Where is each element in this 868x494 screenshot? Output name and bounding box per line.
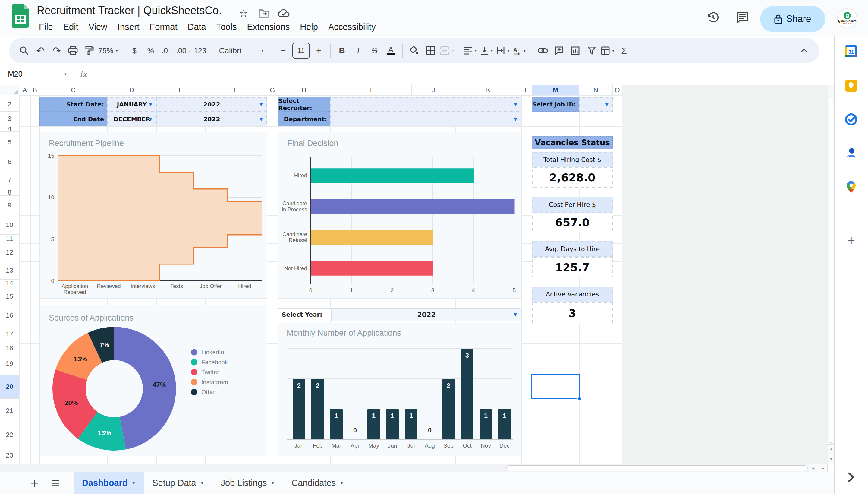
- column-header-A[interactable]: A: [19, 85, 31, 95]
- google-tasks-icon[interactable]: [843, 111, 860, 128]
- column-header-M[interactable]: M: [532, 85, 579, 95]
- bold-button[interactable]: B: [335, 43, 349, 58]
- add-sheet-button[interactable]: [24, 472, 45, 494]
- menu-view[interactable]: View: [83, 21, 113, 33]
- expand-side-panel-icon[interactable]: [845, 471, 858, 484]
- insert-comment-icon[interactable]: [552, 43, 566, 58]
- paint-format-icon[interactable]: [82, 43, 96, 58]
- department-dropdown[interactable]: ▼: [330, 112, 521, 126]
- increase-decimals-button[interactable]: .00→: [176, 43, 191, 58]
- dropdown-caret-icon[interactable]: ▼: [149, 117, 152, 121]
- tab-menu-caret-icon[interactable]: ▼: [200, 481, 204, 485]
- dropdown-caret-icon[interactable]: ▼: [605, 102, 609, 107]
- row-header-15[interactable]: 15: [0, 287, 19, 306]
- redo-icon[interactable]: ↷: [50, 43, 64, 58]
- column-header-B[interactable]: B: [31, 85, 39, 95]
- sources-of-applications-chart[interactable]: Sources of Applications 47%13%20%13%7%Li…: [39, 305, 267, 456]
- cell-start-date-label[interactable]: Start Date:: [39, 97, 107, 112]
- move-folder-icon[interactable]: [258, 7, 270, 19]
- scroll-down-button[interactable]: ▼: [828, 454, 834, 464]
- fill-color-button[interactable]: [407, 43, 421, 58]
- font-size-input[interactable]: 11: [292, 43, 310, 58]
- table-views-icon[interactable]: ▼: [601, 43, 615, 58]
- dropdown-caret-icon[interactable]: ▼: [514, 312, 517, 317]
- vertical-scrollbar-thumb[interactable]: [829, 97, 833, 443]
- sheets-logo-icon[interactable]: [12, 4, 29, 28]
- row-header-3[interactable]: 3: [0, 112, 19, 126]
- dropdown-caret-icon[interactable]: ▼: [259, 117, 263, 121]
- dropdown-caret-icon[interactable]: ▼: [514, 117, 517, 121]
- name-box-caret-icon[interactable]: ▼: [64, 72, 67, 76]
- kpi-label[interactable]: Total Hiring Cost $: [532, 152, 613, 167]
- row-header-8[interactable]: 8: [0, 189, 19, 196]
- format-percent-button[interactable]: %: [143, 43, 158, 58]
- column-header-N[interactable]: N: [579, 85, 613, 95]
- job-id-dropdown[interactable]: ▼: [579, 97, 613, 112]
- scroll-right-button[interactable]: ►: [818, 464, 828, 472]
- cell-select-recruiter-label[interactable]: Select Recruiter:: [278, 97, 330, 112]
- menu-file[interactable]: File: [34, 21, 58, 33]
- column-header-I[interactable]: I: [330, 85, 412, 95]
- column-header-G[interactable]: G: [267, 85, 278, 95]
- row-header-12[interactable]: 12: [0, 243, 19, 262]
- get-add-ons-icon[interactable]: +: [843, 232, 860, 248]
- strikethrough-button[interactable]: S: [368, 43, 382, 58]
- kpi-label[interactable]: Active Vacancies: [532, 286, 613, 302]
- dropdown-caret-icon[interactable]: ▼: [259, 102, 263, 107]
- row-header-19[interactable]: 19: [0, 353, 19, 375]
- font-select[interactable]: Calibri▼: [216, 43, 267, 58]
- monthly-applications-chart[interactable]: Monthly Number of Applications 2Jan2Feb1…: [278, 323, 521, 456]
- row-header-18[interactable]: 18: [0, 343, 19, 353]
- version-history-icon[interactable]: [705, 10, 721, 25]
- start-month-dropdown[interactable]: JANUARY▼: [107, 97, 156, 112]
- create-filter-icon[interactable]: [585, 43, 599, 58]
- row-header-14[interactable]: 14: [0, 280, 19, 287]
- decrease-decimals-button[interactable]: .0←: [160, 43, 174, 58]
- name-box[interactable]: M20: [0, 70, 56, 78]
- account-avatar[interactable]: QuickSheets TEMPLATES: [837, 8, 857, 28]
- tab-job-listings[interactable]: Job Listings▼: [212, 472, 283, 494]
- text-rotation-button[interactable]: A▼: [512, 43, 527, 58]
- vertical-scrollbar[interactable]: ▲ ▼: [828, 85, 834, 464]
- horizontal-scrollbar-thumb[interactable]: [506, 466, 808, 471]
- decrease-font-size-button[interactable]: −: [276, 43, 291, 58]
- row-header-10[interactable]: 10: [0, 215, 19, 235]
- google-contacts-icon[interactable]: [843, 145, 860, 162]
- google-maps-icon[interactable]: [843, 178, 860, 195]
- column-header-H[interactable]: H: [278, 85, 330, 95]
- kpi-value[interactable]: 125.7: [532, 257, 613, 278]
- select-all-corner[interactable]: [0, 85, 19, 95]
- menu-data[interactable]: Data: [182, 21, 211, 33]
- row-header-7[interactable]: 7: [0, 171, 19, 189]
- italic-button[interactable]: I: [351, 43, 366, 58]
- row-header-5[interactable]: 5: [0, 132, 19, 153]
- column-header-O[interactable]: O: [613, 85, 622, 95]
- row-header-21[interactable]: 21: [0, 399, 19, 423]
- menu-tools[interactable]: Tools: [211, 21, 242, 33]
- row-header-16[interactable]: 16: [0, 306, 19, 325]
- kpi-value[interactable]: 2,628.0: [532, 167, 613, 188]
- row-header-17[interactable]: 17: [0, 325, 19, 343]
- hide-toolbar-icon[interactable]: [797, 43, 811, 58]
- tab-setup-data[interactable]: Setup Data▼: [144, 472, 212, 494]
- cell-select-year-label[interactable]: Select Year:: [278, 308, 332, 321]
- tab-candidates[interactable]: Candidates▼: [283, 472, 352, 494]
- row-header-2[interactable]: 2: [0, 97, 19, 112]
- start-year-dropdown[interactable]: 2022▼: [156, 97, 267, 112]
- row-header-20[interactable]: 20: [0, 375, 19, 399]
- row-header-9[interactable]: 9: [0, 196, 19, 215]
- column-header-L[interactable]: L: [521, 85, 532, 95]
- tab-menu-caret-icon[interactable]: ▼: [132, 481, 135, 485]
- tab-menu-caret-icon[interactable]: ▼: [271, 481, 275, 485]
- menu-help[interactable]: Help: [295, 21, 323, 33]
- kpi-header[interactable]: Vacancies Status: [532, 136, 613, 149]
- document-title[interactable]: Recruitment Tracker | QuickSheetsCo.: [37, 4, 222, 17]
- number-format-button[interactable]: 123: [193, 43, 208, 58]
- google-keep-icon[interactable]: [843, 77, 860, 94]
- fill-handle[interactable]: [577, 397, 582, 401]
- scroll-left-button[interactable]: ◄: [809, 464, 818, 472]
- select-year-dropdown[interactable]: 2022 ▼: [332, 308, 521, 321]
- row-header-6[interactable]: 6: [0, 153, 19, 171]
- menu-edit[interactable]: Edit: [58, 21, 83, 33]
- tab-dashboard[interactable]: Dashboard▼: [74, 472, 144, 494]
